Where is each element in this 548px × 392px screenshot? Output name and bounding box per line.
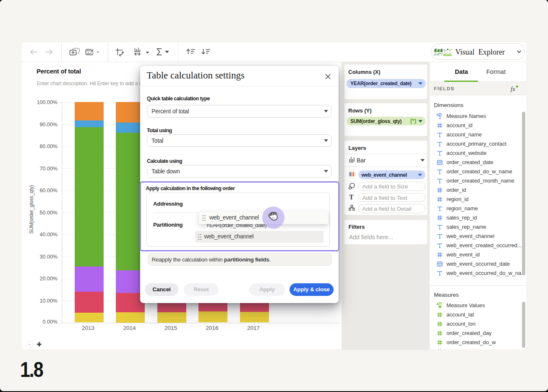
svg-text:fx: fx [511,86,515,92]
